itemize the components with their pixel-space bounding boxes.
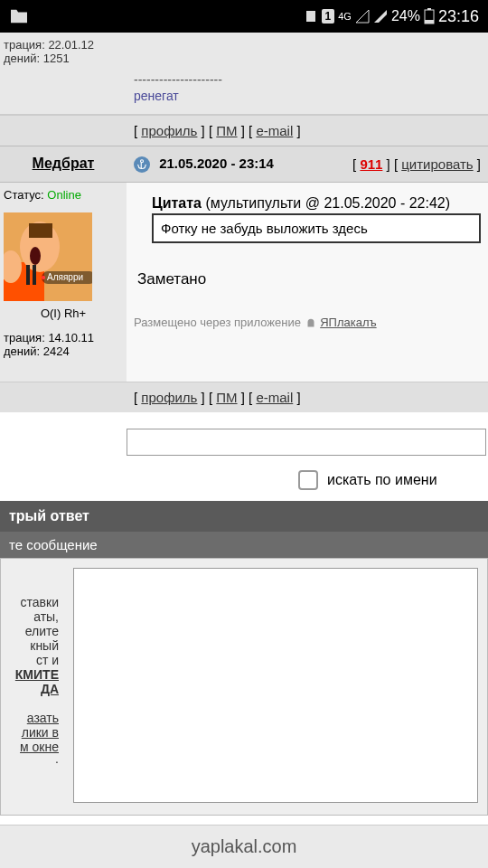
click-here-link-2[interactable]: ДА <box>6 682 59 696</box>
quote-block: Цитата (мультипульти @ 21.05.2020 - 22:4… <box>152 193 481 243</box>
post2-msg-count: дений: 2424 <box>4 344 123 358</box>
svg-rect-10 <box>33 265 36 285</box>
quote-title-meta: (мультипульти @ 21.05.2020 - 22:42) <box>202 195 450 211</box>
show-smilies-link[interactable]: азать <box>6 711 59 725</box>
search-check-label: искать по имени <box>327 472 437 488</box>
quick-reply-subheader: те сообщение <box>0 532 488 558</box>
svg-text:Аляярри: Аляярри <box>47 272 83 282</box>
pm-link-2[interactable]: ПМ <box>216 390 237 405</box>
quote-title-prefix: Цитата <box>152 195 202 211</box>
reply-text: Заметано <box>137 270 481 288</box>
post1-actions: [ профиль ] [ ПМ ] [ e-mail ] <box>0 115 488 146</box>
search-input[interactable] <box>127 429 486 456</box>
pm-link[interactable]: ПМ <box>216 123 237 138</box>
quote-content: Фотку не забудь выложить здесь <box>152 213 481 243</box>
folder-icon <box>9 8 29 24</box>
clock: 23:16 <box>438 7 479 26</box>
reply-hints: ставки аты, елите кный ст и КМИТЕ ДА аза… <box>1 559 64 815</box>
avatar[interactable]: Аляярри <box>4 212 92 301</box>
search-check-row: искать по имени <box>0 465 488 501</box>
click-here-link[interactable]: КМИТЕ <box>6 667 59 682</box>
post2-userinfo: Статус: Online Аляярри O(I) Rh+ трация: … <box>0 183 127 382</box>
status-label: Статус: <box>4 188 47 202</box>
network-type: 4G <box>338 11 352 22</box>
app-link[interactable]: ЯПлакалъ <box>320 316 376 329</box>
post2-actions: [ профиль ] [ ПМ ] [ e-mail ] <box>0 382 488 412</box>
svg-rect-2 <box>425 20 434 24</box>
search-by-name-checkbox[interactable] <box>298 470 318 490</box>
reply-textarea[interactable] <box>73 568 478 803</box>
post1-row: трация: 22.01.12 дений: 1251 -----------… <box>0 33 488 115</box>
show-smilies-link-3[interactable]: м окне <box>6 740 59 754</box>
anchor-icon[interactable] <box>134 156 150 173</box>
post-datetime: 21.05.2020 - 23:14 <box>159 156 274 171</box>
footer-bar: yaplakal.com <box>0 825 488 868</box>
post-number[interactable]: 911 <box>360 156 382 172</box>
android-statusbar: 1 4G 24% 23:16 <box>0 0 488 33</box>
android-icon <box>305 317 317 330</box>
profile-link-2[interactable]: профиль <box>141 390 197 405</box>
reply-area: ставки аты, елите кный ст и КМИТЕ ДА аза… <box>0 558 488 816</box>
svg-point-7 <box>30 247 41 265</box>
post1-reg-date: трация: 22.01.12 <box>4 38 123 52</box>
post2-body: Статус: Online Аляярри O(I) Rh+ трация: … <box>0 183 488 382</box>
quote-button[interactable]: цитировать <box>401 156 473 172</box>
show-smilies-link-2[interactable]: лики в <box>6 725 59 740</box>
sim-icon: 1 <box>322 9 335 24</box>
username-link[interactable]: Медбрат <box>33 156 95 171</box>
post1-userinfo: трация: 22.01.12 дений: 1251 <box>0 33 127 114</box>
profile-link[interactable]: профиль <box>141 123 197 138</box>
search-row <box>0 412 488 465</box>
post2-reg-date: трация: 14.10.11 <box>4 331 123 344</box>
battery-percent: 24% <box>391 8 420 24</box>
blood-type: O(I) Rh+ <box>4 307 123 320</box>
footer-domain: yaplakal.com <box>192 836 297 857</box>
battery-icon <box>424 8 435 24</box>
post1-body: --------------------- ренегат <box>127 33 488 114</box>
email-link-2[interactable]: e-mail <box>256 390 293 405</box>
signal-icon-2 <box>373 9 388 24</box>
signal-icon-1 <box>355 9 370 24</box>
download-icon <box>304 9 318 24</box>
signature-text: ренегат <box>134 89 481 103</box>
svg-rect-9 <box>26 265 30 285</box>
svg-point-13 <box>42 276 45 279</box>
post1-msg-count: дений: 1251 <box>4 52 123 65</box>
status-value: Online <box>47 188 81 202</box>
svg-rect-6 <box>29 223 52 238</box>
app-note: Размещено через приложение ЯПлакалъ <box>134 316 481 330</box>
signature-divider: --------------------- <box>134 72 481 87</box>
quick-reply-header: трый ответ <box>0 501 488 532</box>
post2-header: Медбрат 21.05.2020 - 23:14 [ 911 ] [ цит… <box>0 146 488 183</box>
email-link[interactable]: e-mail <box>256 123 293 138</box>
